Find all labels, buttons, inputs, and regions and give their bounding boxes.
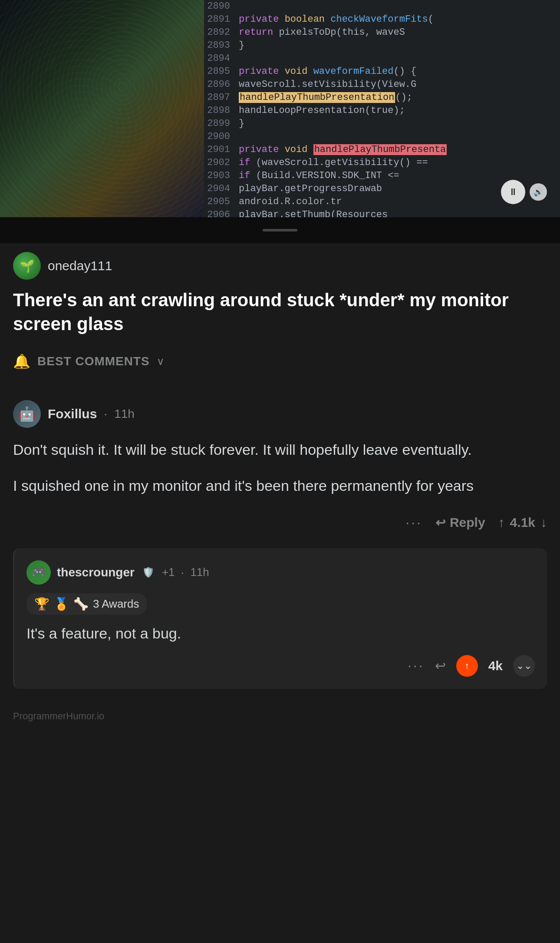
awards-row: 🏆 🏅 🦴 3 Awards [26,593,147,615]
code-line: 2894 [204,52,560,65]
award-1-icon: 🏆 [34,597,49,611]
best-comments-header[interactable]: 🔔 BEST COMMENTS ∨ [13,349,547,370]
nested-upvote-button[interactable]: ↑ [456,655,478,677]
comment-time: 11h [114,407,135,421]
vote-section: ↑ 4.1k ↓ [498,515,547,530]
code-line: 2900 [204,130,560,143]
volume-icon[interactable]: 🔊 [530,183,547,201]
chevron-down-icon[interactable]: ∨ [157,355,165,367]
nested-more-options-button[interactable]: ··· [408,658,425,674]
comment-avatar: 🤖 [13,400,41,428]
nested-reply-icon[interactable]: ↩ [435,658,446,673]
nested-score: +1 [162,566,175,579]
nested-vote-count: 4k [488,658,503,673]
award-3-icon: 🦴 [73,597,89,611]
comment-header: 🤖 Foxillus · 11h [13,400,547,428]
nested-comment-avatar: 🎮 [26,560,51,585]
wave-overlay [0,0,204,217]
code-line: 2898 handleLoopPresentation(true); [204,104,560,117]
post-author-name: oneday111 [48,258,112,273]
code-line: 2896 waveScroll.setVisibility(View.G [204,78,560,91]
code-line: 2901 private void handlePlayThumbPresent… [204,143,560,156]
code-line: 2899 } [204,117,560,130]
code-line: 2890 [204,0,560,13]
post-author-avatar: 🌱 [13,252,41,280]
awards-count: 3 Awards [93,597,139,611]
nested-author-name: thescrounger [57,566,135,579]
comment-body: Don't squish it. It will be stuck foreve… [13,438,547,497]
nested-expand-button[interactable]: ⌄⌄ [513,655,535,677]
drag-handle [263,229,297,232]
nested-comment-body: It's a feature, not a bug. [26,622,535,645]
mod-badge: 🛡️ [142,567,154,578]
media-controls[interactable]: ⏸ 🔊 [501,180,547,204]
pause-button[interactable]: ⏸ [501,180,525,204]
code-editor: 2890 2891 private boolean checkWaveformF… [204,0,560,217]
comment-foxillus: 🤖 Foxillus · 11h Don't squish it. It wil… [0,400,560,548]
nested-time: 11h [190,566,209,579]
post-title: There's an ant crawling around stuck *un… [13,288,547,336]
code-section: 2890 2891 private boolean checkWaveformF… [0,0,560,217]
post-section: 🌱 oneday111 There's an ant crawling arou… [0,243,560,400]
upvote-button[interactable]: ↑ [498,515,505,530]
nested-comment-header: 🎮 thescrounger 🛡️ +1 · 11h [26,560,535,585]
nested-comment-thescrounger: 🎮 thescrounger 🛡️ +1 · 11h 🏆 🏅 🦴 3 Award… [13,548,547,689]
code-line: 2902 if (waveScroll.getVisibility() == [204,156,560,169]
bell-icon: 🔔 [13,353,30,370]
comment-author-name: Foxillus [48,407,97,421]
best-comments-label: BEST COMMENTS [37,354,150,368]
site-name: ProgrammerHumor.io [13,711,104,721]
code-image-left [0,0,204,217]
code-line: 2892 return pixelsToDp(this, waveS [204,26,560,39]
site-footer: ProgrammerHumor.io [0,702,560,731]
comment-actions: ··· ↩ Reply ↑ 4.1k ↓ [13,510,547,535]
award-2-icon: 🏅 [54,597,69,611]
post-author-row: 🌱 oneday111 [13,252,547,280]
code-line: 2906 playBar.setThumb(Resources [204,208,560,217]
reply-icon: ↩ [435,516,445,530]
reply-button[interactable]: ↩ Reply [435,515,485,530]
nested-comment-actions: ··· ↩ ↑ 4k ⌄⌄ [26,655,535,677]
vote-count: 4.1k [510,515,535,530]
separator [0,217,560,243]
code-line: 2897 handlePlayThumbPresentation(); [204,91,560,104]
code-line: 2891 private boolean checkWaveformFits( [204,13,560,26]
code-line: 2895 private void waveformFailed() { [204,65,560,78]
downvote-button[interactable]: ↓ [540,515,547,530]
code-line: 2893 } [204,39,560,52]
more-options-button[interactable]: ··· [405,515,422,531]
